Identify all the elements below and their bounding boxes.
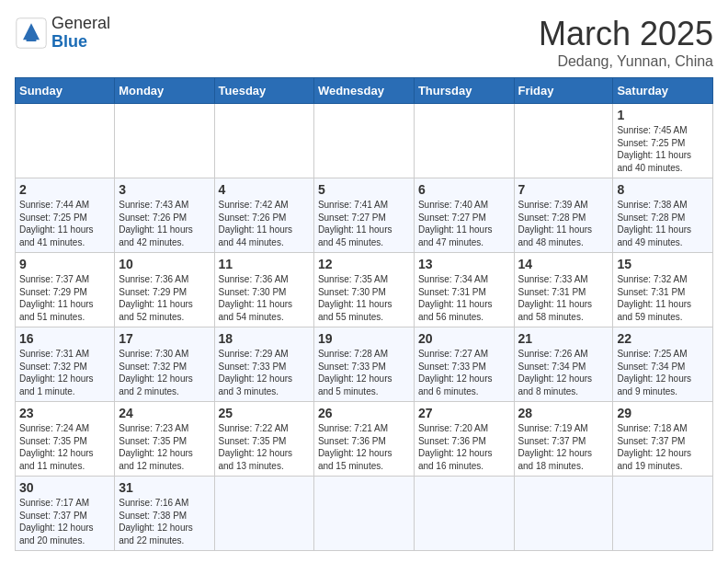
calendar-cell <box>16 104 115 178</box>
calendar-cell: 5Sunrise: 7:41 AM Sunset: 7:27 PM Daylig… <box>313 178 414 253</box>
calendar-week-3: 9Sunrise: 7:37 AM Sunset: 7:29 PM Daylig… <box>16 253 713 327</box>
calendar-cell: 11Sunrise: 7:36 AM Sunset: 7:30 PM Dayli… <box>214 253 313 327</box>
calendar-cell: 8Sunrise: 7:38 AM Sunset: 7:28 PM Daylig… <box>613 178 713 253</box>
day-info: Sunrise: 7:33 AM Sunset: 7:31 PM Dayligh… <box>518 273 609 323</box>
day-number: 22 <box>617 331 709 346</box>
day-number: 2 <box>19 182 110 197</box>
day-info: Sunrise: 7:37 AM Sunset: 7:29 PM Dayligh… <box>19 273 110 323</box>
day-number: 15 <box>617 257 709 271</box>
day-info: Sunrise: 7:18 AM Sunset: 7:37 PM Dayligh… <box>617 422 709 472</box>
calendar-week-6: 30Sunrise: 7:17 AM Sunset: 7:37 PM Dayli… <box>16 477 713 551</box>
day-number: 3 <box>119 182 210 197</box>
calendar-cell: 14Sunrise: 7:33 AM Sunset: 7:31 PM Dayli… <box>514 253 613 327</box>
calendar-cell: 31Sunrise: 7:16 AM Sunset: 7:38 PM Dayli… <box>115 477 214 551</box>
day-number: 25 <box>219 406 310 420</box>
day-info: Sunrise: 7:30 AM Sunset: 7:32 PM Dayligh… <box>119 348 210 397</box>
day-number: 20 <box>418 331 510 346</box>
day-number: 8 <box>617 182 709 197</box>
day-info: Sunrise: 7:45 AM Sunset: 7:25 PM Dayligh… <box>617 124 709 174</box>
day-info: Sunrise: 7:23 AM Sunset: 7:35 PM Dayligh… <box>119 422 210 472</box>
calendar-cell <box>313 477 414 551</box>
day-info: Sunrise: 7:34 AM Sunset: 7:31 PM Dayligh… <box>418 273 510 323</box>
calendar-cell: 28Sunrise: 7:19 AM Sunset: 7:37 PM Dayli… <box>514 402 613 477</box>
calendar-cell <box>514 104 613 178</box>
calendar-week-2: 2Sunrise: 7:44 AM Sunset: 7:25 PM Daylig… <box>16 178 713 253</box>
day-info: Sunrise: 7:43 AM Sunset: 7:26 PM Dayligh… <box>119 199 210 248</box>
day-info: Sunrise: 7:20 AM Sunset: 7:36 PM Dayligh… <box>418 422 510 472</box>
day-number: 29 <box>617 406 709 420</box>
weekday-header-friday: Friday <box>514 78 613 104</box>
calendar-cell <box>414 477 514 551</box>
title-section: March 2025 Dedang, Yunnan, China <box>539 15 713 70</box>
day-number: 6 <box>418 182 510 197</box>
calendar-cell <box>613 477 713 551</box>
day-number: 1 <box>617 108 709 122</box>
calendar-cell: 29Sunrise: 7:18 AM Sunset: 7:37 PM Dayli… <box>613 402 713 477</box>
svg-rect-3 <box>27 35 37 41</box>
day-info: Sunrise: 7:19 AM Sunset: 7:37 PM Dayligh… <box>518 422 609 472</box>
calendar-cell: 24Sunrise: 7:23 AM Sunset: 7:35 PM Dayli… <box>115 402 214 477</box>
calendar-cell: 17Sunrise: 7:30 AM Sunset: 7:32 PM Dayli… <box>115 327 214 402</box>
calendar-cell: 27Sunrise: 7:20 AM Sunset: 7:36 PM Dayli… <box>414 402 514 477</box>
calendar-cell: 6Sunrise: 7:40 AM Sunset: 7:27 PM Daylig… <box>414 178 514 253</box>
day-info: Sunrise: 7:24 AM Sunset: 7:35 PM Dayligh… <box>19 422 110 472</box>
calendar-cell <box>313 104 414 178</box>
day-info: Sunrise: 7:41 AM Sunset: 7:27 PM Dayligh… <box>318 199 410 248</box>
calendar-table: SundayMondayTuesdayWednesdayThursdayFrid… <box>15 77 713 551</box>
day-info: Sunrise: 7:36 AM Sunset: 7:30 PM Dayligh… <box>219 273 310 323</box>
calendar-cell: 22Sunrise: 7:25 AM Sunset: 7:34 PM Dayli… <box>613 327 713 402</box>
day-number: 30 <box>19 480 110 495</box>
calendar-cell: 4Sunrise: 7:42 AM Sunset: 7:26 PM Daylig… <box>214 178 313 253</box>
day-number: 14 <box>518 257 609 271</box>
calendar-cell: 25Sunrise: 7:22 AM Sunset: 7:35 PM Dayli… <box>214 402 313 477</box>
calendar-cell: 26Sunrise: 7:21 AM Sunset: 7:36 PM Dayli… <box>313 402 414 477</box>
calendar-cell: 7Sunrise: 7:39 AM Sunset: 7:28 PM Daylig… <box>514 178 613 253</box>
day-info: Sunrise: 7:40 AM Sunset: 7:27 PM Dayligh… <box>418 199 510 248</box>
day-number: 5 <box>318 182 410 197</box>
location-label: Dedang, Yunnan, China <box>539 53 713 70</box>
day-number: 17 <box>119 331 210 346</box>
day-number: 10 <box>119 257 210 271</box>
logo: General Blue <box>15 15 110 52</box>
day-number: 4 <box>219 182 310 197</box>
calendar-cell: 21Sunrise: 7:26 AM Sunset: 7:34 PM Dayli… <box>514 327 613 402</box>
calendar-cell: 18Sunrise: 7:29 AM Sunset: 7:33 PM Dayli… <box>214 327 313 402</box>
day-number: 31 <box>119 480 210 495</box>
calendar-cell: 15Sunrise: 7:32 AM Sunset: 7:31 PM Dayli… <box>613 253 713 327</box>
calendar-week-4: 16Sunrise: 7:31 AM Sunset: 7:32 PM Dayli… <box>16 327 713 402</box>
logo-text: General Blue <box>51 15 110 52</box>
day-number: 28 <box>518 406 609 420</box>
day-info: Sunrise: 7:25 AM Sunset: 7:34 PM Dayligh… <box>617 348 709 397</box>
calendar-cell: 16Sunrise: 7:31 AM Sunset: 7:32 PM Dayli… <box>16 327 115 402</box>
day-info: Sunrise: 7:27 AM Sunset: 7:33 PM Dayligh… <box>418 348 510 397</box>
day-info: Sunrise: 7:21 AM Sunset: 7:36 PM Dayligh… <box>318 422 410 472</box>
logo-icon <box>15 17 48 50</box>
day-info: Sunrise: 7:17 AM Sunset: 7:37 PM Dayligh… <box>19 497 110 546</box>
weekday-header-sunday: Sunday <box>16 78 115 104</box>
page-header: General Blue March 2025 Dedang, Yunnan, … <box>15 15 713 70</box>
day-number: 7 <box>518 182 609 197</box>
day-number: 24 <box>119 406 210 420</box>
day-info: Sunrise: 7:16 AM Sunset: 7:38 PM Dayligh… <box>119 497 210 546</box>
logo-general: General <box>51 15 110 33</box>
day-info: Sunrise: 7:32 AM Sunset: 7:31 PM Dayligh… <box>617 273 709 323</box>
day-number: 18 <box>219 331 310 346</box>
day-info: Sunrise: 7:31 AM Sunset: 7:32 PM Dayligh… <box>19 348 110 397</box>
calendar-cell: 12Sunrise: 7:35 AM Sunset: 7:30 PM Dayli… <box>313 253 414 327</box>
weekday-header-tuesday: Tuesday <box>214 78 313 104</box>
calendar-cell: 3Sunrise: 7:43 AM Sunset: 7:26 PM Daylig… <box>115 178 214 253</box>
day-number: 12 <box>318 257 410 271</box>
calendar-cell: 20Sunrise: 7:27 AM Sunset: 7:33 PM Dayli… <box>414 327 514 402</box>
weekday-header-monday: Monday <box>115 78 214 104</box>
day-info: Sunrise: 7:26 AM Sunset: 7:34 PM Dayligh… <box>518 348 609 397</box>
calendar-cell <box>115 104 214 178</box>
weekday-header-wednesday: Wednesday <box>313 78 414 104</box>
calendar-cell: 9Sunrise: 7:37 AM Sunset: 7:29 PM Daylig… <box>16 253 115 327</box>
logo-blue: Blue <box>51 33 110 52</box>
day-number: 19 <box>318 331 410 346</box>
day-number: 21 <box>518 331 609 346</box>
calendar-cell: 19Sunrise: 7:28 AM Sunset: 7:33 PM Dayli… <box>313 327 414 402</box>
day-info: Sunrise: 7:36 AM Sunset: 7:29 PM Dayligh… <box>119 273 210 323</box>
day-info: Sunrise: 7:22 AM Sunset: 7:35 PM Dayligh… <box>219 422 310 472</box>
calendar-week-1: 1Sunrise: 7:45 AM Sunset: 7:25 PM Daylig… <box>16 104 713 178</box>
